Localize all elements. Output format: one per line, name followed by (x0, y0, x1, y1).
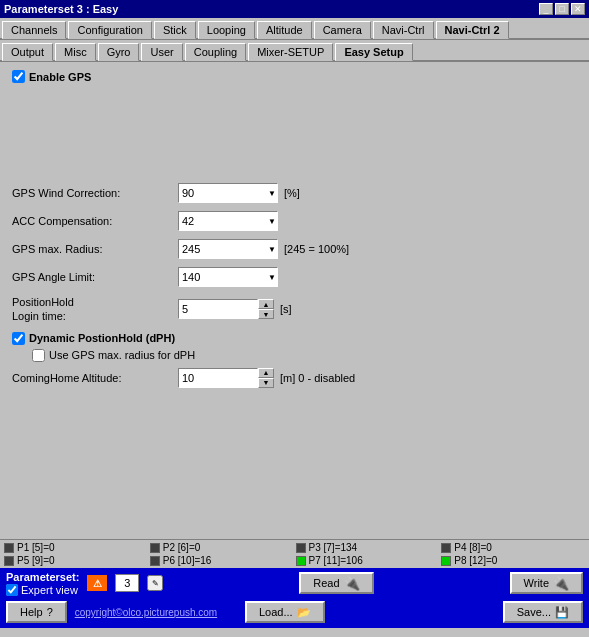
close-button[interactable]: ✕ (571, 3, 585, 15)
load-icon: 📂 (297, 606, 311, 619)
tab-misc[interactable]: Misc (55, 43, 96, 61)
warning-number: 3 (115, 574, 139, 592)
gps-max-radius-dph-label: Use GPS max. radius for dPH (49, 349, 195, 361)
expert-view-label: Expert view (21, 584, 78, 596)
pos-hold-spinner-btns: ▲ ▼ (258, 299, 274, 319)
tab-configuration[interactable]: Configuration (68, 21, 151, 39)
bottom-row-1: Parameterset: Expert view ⚠ 3 ✎ Read 🔌 W… (0, 568, 589, 598)
save-icon: 💾 (555, 606, 569, 619)
gps-angle-label: GPS Angle Limit: (12, 271, 172, 283)
gps-angle-select[interactable]: 140 (178, 267, 278, 287)
tab-output[interactable]: Output (2, 43, 53, 61)
status-p2: P2 [6]=0 (150, 542, 294, 553)
p7-label: P7 [11]=106 (309, 555, 363, 566)
tab-stick[interactable]: Stick (154, 21, 196, 39)
pos-hold-label: PositionHold Login time: (12, 295, 172, 324)
gps-radius-unit: [245 = 100%] (284, 243, 349, 255)
dynamic-ph-row: Dynamic PostionHold (dPH) (12, 332, 577, 345)
title-bar-buttons: _ □ ✕ (539, 3, 585, 15)
pos-hold-up-btn[interactable]: ▲ (258, 299, 274, 309)
gps-angle-select-wrap: 140 (178, 267, 278, 287)
tab-mixer-setup[interactable]: Mixer-SETUP (248, 43, 333, 61)
bottom-bar: Parameterset: Expert view ⚠ 3 ✎ Read 🔌 W… (0, 568, 589, 628)
coming-home-row: ComingHome Altitude: 10 ▲ ▼ [m] 0 - disa… (12, 368, 577, 388)
tab-gyro[interactable]: Gyro (98, 43, 140, 61)
help-button[interactable]: Help ? (6, 601, 67, 623)
acc-comp-label: ACC Compensation: (12, 215, 172, 227)
coming-home-spinner-btns: ▲ ▼ (258, 368, 274, 388)
acc-comp-select-wrap: 42 (178, 211, 278, 231)
coming-home-input[interactable]: 10 (178, 368, 258, 388)
read-button[interactable]: Read 🔌 (299, 572, 373, 594)
p6-label: P6 [10]=16 (163, 555, 212, 566)
pos-hold-row: PositionHold Login time: 5 ▲ ▼ [s] (12, 295, 577, 324)
gps-max-radius-dph-row: Use GPS max. radius for dPH (32, 349, 577, 362)
p3-dot (296, 543, 306, 553)
dynamic-ph-checkbox[interactable] (12, 332, 25, 345)
pos-hold-input[interactable]: 5 (178, 299, 258, 319)
tab-user[interactable]: User (141, 43, 182, 61)
enable-gps-checkbox[interactable] (12, 70, 25, 83)
warning-icon: ⚠ (87, 575, 107, 591)
save-button[interactable]: Save... 💾 (503, 601, 583, 623)
tab-altitude[interactable]: Altitude (257, 21, 312, 39)
p2-dot (150, 543, 160, 553)
tab-easy-setup[interactable]: Easy Setup (335, 43, 412, 61)
p8-label: P8 [12]=0 (454, 555, 497, 566)
status-bar: P1 [5]=0 P2 [6]=0 P3 [7]=134 P4 [8]=0 P5… (0, 539, 589, 568)
p2-label: P2 [6]=0 (163, 542, 201, 553)
tab-looping[interactable]: Looping (198, 21, 255, 39)
enable-gps-row: Enable GPS (12, 70, 577, 83)
coming-home-unit: [m] 0 - disabled (280, 372, 355, 384)
write-button[interactable]: Write 🔌 (510, 572, 583, 594)
expert-view-row: Expert view (6, 584, 79, 596)
status-p4: P4 [8]=0 (441, 542, 585, 553)
acc-comp-select[interactable]: 42 (178, 211, 278, 231)
gps-radius-select-wrap: 245 (178, 239, 278, 259)
p5-dot (4, 556, 14, 566)
gps-wind-row: GPS Wind Correction: 90 [%] (12, 183, 577, 203)
p3-label: P3 [7]=134 (309, 542, 358, 553)
tab-coupling[interactable]: Coupling (185, 43, 246, 61)
gps-max-radius-dph-checkbox[interactable] (32, 349, 45, 362)
coming-home-down-btn[interactable]: ▼ (258, 378, 274, 388)
p1-label: P1 [5]=0 (17, 542, 55, 553)
expert-view-checkbox[interactable] (6, 584, 18, 596)
help-icon: ? (47, 606, 53, 618)
maximize-button[interactable]: □ (555, 3, 569, 15)
gps-wind-unit: [%] (284, 187, 300, 199)
pos-hold-down-btn[interactable]: ▼ (258, 309, 274, 319)
tab-camera[interactable]: Camera (314, 21, 371, 39)
gps-wind-select[interactable]: 90 (178, 183, 278, 203)
status-p8: P8 [12]=0 (441, 555, 585, 566)
bottom-row-2: Help ? copyright©olco.picturepush.com Lo… (0, 598, 589, 626)
status-p5: P5 [9]=0 (4, 555, 148, 566)
coming-home-up-btn[interactable]: ▲ (258, 368, 274, 378)
write-icon: 🔌 (553, 576, 569, 591)
status-p7: P7 [11]=106 (296, 555, 440, 566)
p4-dot (441, 543, 451, 553)
dynamic-ph-label: Dynamic PostionHold (dPH) (29, 332, 175, 344)
status-p3: P3 [7]=134 (296, 542, 440, 553)
warning-edit-btn[interactable]: ✎ (147, 575, 163, 591)
read-icon: 🔌 (344, 576, 360, 591)
main-content: Enable GPS GPS Wind Correction: 90 [%] A… (0, 62, 589, 539)
gps-wind-select-wrap: 90 (178, 183, 278, 203)
load-button[interactable]: Load... 📂 (245, 601, 325, 623)
minimize-button[interactable]: _ (539, 3, 553, 15)
status-p1: P1 [5]=0 (4, 542, 148, 553)
tab-navi-ctrl[interactable]: Navi-Ctrl (373, 21, 434, 39)
gps-radius-label: GPS max. Radius: (12, 243, 172, 255)
gps-radius-select[interactable]: 245 (178, 239, 278, 259)
p5-label: P5 [9]=0 (17, 555, 55, 566)
coming-home-label: ComingHome Altitude: (12, 372, 172, 384)
status-p6: P6 [10]=16 (150, 555, 294, 566)
window-title: Parameterset 3 : Easy (4, 3, 118, 15)
tab-channels[interactable]: Channels (2, 21, 66, 39)
copyright-link[interactable]: copyright©olco.picturepush.com (75, 607, 217, 618)
gps-wind-label: GPS Wind Correction: (12, 187, 172, 199)
tabs-row-1: Channels Configuration Stick Looping Alt… (0, 18, 589, 40)
gps-angle-row: GPS Angle Limit: 140 (12, 267, 577, 287)
param-label: Parameterset: (6, 571, 79, 583)
tab-navi-ctrl-2[interactable]: Navi-Ctrl 2 (436, 21, 509, 39)
